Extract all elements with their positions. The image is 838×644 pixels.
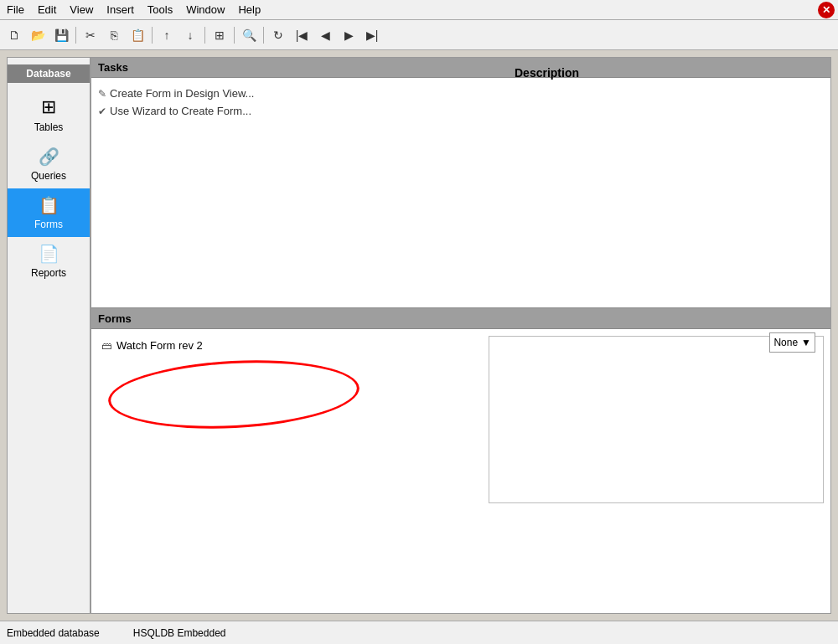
save-button[interactable]: 💾 (50, 24, 72, 46)
reports-label: Reports (31, 267, 66, 279)
tasks-content: ✎ Create Form in Design View... ✔ Use Wi… (91, 78, 830, 126)
sidebar-item-forms[interactable]: 📋 Forms (8, 188, 90, 237)
form-item-watch[interactable]: 🗃 Watch Form rev 2 (98, 336, 482, 355)
queries-icon: 🔗 (39, 147, 59, 167)
separator-3 (204, 27, 205, 44)
separator-1 (75, 27, 76, 44)
preview-section: None ▼ (489, 336, 824, 606)
menu-help[interactable]: Help (231, 2, 267, 18)
menu-bar: File Edit View Insert Tools Window Help … (0, 0, 838, 20)
right-panel: Tasks ✎ Create Form in Design View... ✔ … (91, 57, 831, 614)
form-item-label: Watch Form rev 2 (116, 339, 203, 352)
task-wizard-icon: ✔ (98, 106, 106, 117)
sidebar-item-reports[interactable]: 📄 Reports (8, 237, 90, 286)
nav-last[interactable]: ▶| (361, 24, 383, 46)
forms-list: 🗃 Watch Form rev 2 (98, 336, 482, 606)
sort-desc-button[interactable]: ↓ (179, 24, 201, 46)
separator-5 (263, 27, 264, 44)
grid-button[interactable]: ⊞ (209, 24, 230, 46)
forms-section-header: Forms (91, 309, 830, 329)
tables-icon: ⊞ (41, 96, 56, 118)
dropdown-arrow-icon: ▼ (801, 337, 811, 348)
menu-window[interactable]: Window (179, 2, 231, 18)
toolbar: 🗋 📂 💾 ✂ ⎘ 📋 ↑ ↓ ⊞ 🔍 ↻ |◀ ◀ ▶ ▶| (0, 20, 838, 50)
menu-view[interactable]: View (63, 2, 100, 18)
task-design-icon: ✎ (98, 88, 106, 100)
status-right: HSQLDB Embedded (133, 627, 226, 639)
none-value: None (773, 337, 798, 348)
forms-label: Forms (34, 219, 63, 230)
annotation-circle (106, 354, 361, 435)
tasks-area: Tasks ✎ Create Form in Design View... ✔ … (91, 58, 830, 309)
filter-button[interactable]: 🔍 (238, 24, 260, 46)
nav-first[interactable]: |◀ (291, 24, 313, 46)
forms-icon: 📋 (39, 195, 59, 215)
form-item-icon: 🗃 (101, 340, 111, 352)
preview-box (489, 336, 824, 503)
main-window: Database ⊞ Tables 🔗 Queries 📋 Forms 📄 Re… (0, 50, 838, 621)
forms-area: Forms 🗃 Watch Form rev 2 None ▼ (91, 309, 830, 613)
description-label: Description (515, 66, 579, 80)
forms-content: 🗃 Watch Form rev 2 None ▼ (91, 329, 830, 613)
menu-file[interactable]: File (0, 2, 31, 18)
menu-tools[interactable]: Tools (141, 2, 179, 18)
none-dropdown[interactable]: None ▼ (769, 332, 815, 353)
tables-label: Tables (34, 121, 64, 133)
status-bar: Embedded database HSQLDB Embedded (0, 621, 838, 644)
sidebar: Database ⊞ Tables 🔗 Queries 📋 Forms 📄 Re… (7, 57, 91, 614)
nav-prev[interactable]: ◀ (314, 24, 336, 46)
paste-button[interactable]: 📋 (127, 24, 148, 46)
open-button[interactable]: 📂 (27, 24, 49, 46)
menu-edit[interactable]: Edit (31, 2, 63, 18)
separator-2 (152, 27, 153, 44)
sidebar-item-queries[interactable]: 🔗 Queries (8, 140, 90, 188)
nav-next[interactable]: ▶ (338, 24, 360, 46)
sidebar-header: Database (8, 64, 90, 83)
menu-insert[interactable]: Insert (100, 2, 141, 18)
cut-button[interactable]: ✂ (80, 24, 101, 46)
sort-asc-button[interactable]: ↑ (156, 24, 178, 46)
refresh-button[interactable]: ↻ (267, 24, 289, 46)
tasks-header: Tasks (91, 58, 830, 78)
task-design-label: Create Form in Design View... (110, 87, 254, 100)
task-create-design[interactable]: ✎ Create Form in Design View... (98, 85, 824, 102)
copy-button[interactable]: ⎘ (103, 24, 125, 46)
status-left: Embedded database (7, 627, 100, 639)
separator-4 (234, 27, 235, 44)
task-wizard-label: Use Wizard to Create Form... (110, 105, 251, 117)
sidebar-item-tables[interactable]: ⊞ Tables (8, 90, 90, 140)
queries-label: Queries (31, 170, 66, 182)
new-button[interactable]: 🗋 (3, 24, 25, 46)
task-use-wizard[interactable]: ✔ Use Wizard to Create Form... (98, 102, 824, 120)
tasks-list: ✎ Create Form in Design View... ✔ Use Wi… (98, 85, 824, 120)
close-button[interactable]: ✕ (818, 2, 835, 18)
reports-icon: 📄 (39, 244, 59, 264)
